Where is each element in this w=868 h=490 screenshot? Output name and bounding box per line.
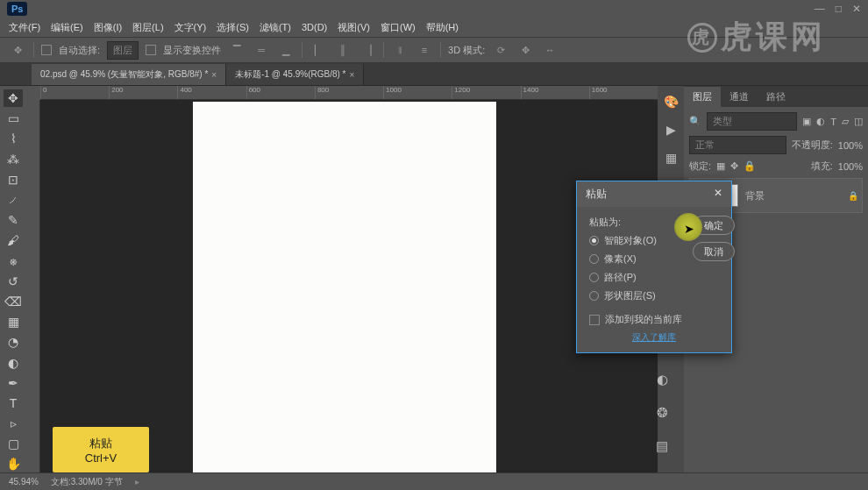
- magic-wand-tool[interactable]: ⁂: [4, 151, 23, 168]
- filter-type-icon[interactable]: T: [830, 117, 836, 127]
- history-brush-tool[interactable]: ↺: [4, 273, 23, 290]
- pen-tool[interactable]: ✒: [4, 374, 23, 392]
- vertical-ruler: [26, 100, 40, 490]
- filter-smart-icon[interactable]: ◫: [854, 116, 863, 127]
- menu-edit[interactable]: 编辑(E): [51, 21, 83, 34]
- lock-icon: 🔒: [848, 191, 858, 201]
- doc-info[interactable]: 文档:3.30M/0 字节: [51, 476, 123, 488]
- swatches-icon[interactable]: ▦: [665, 151, 677, 165]
- tooltip-title: 粘贴: [89, 436, 112, 451]
- cursor-icon: ➤: [684, 222, 694, 236]
- lock-position-icon[interactable]: ✥: [730, 160, 738, 172]
- dialog-title: 粘贴: [586, 187, 607, 202]
- radio-label: 像素(X): [604, 252, 637, 266]
- distribute-h-icon[interactable]: ⫴: [391, 41, 409, 59]
- lasso-tool[interactable]: ⌇: [4, 130, 23, 147]
- menu-3d[interactable]: 3D(D): [302, 22, 327, 32]
- auto-select-checkbox[interactable]: [41, 45, 52, 55]
- move-tool[interactable]: ✥: [4, 89, 23, 107]
- distribute-v-icon[interactable]: ≡: [416, 41, 433, 59]
- app-logo: Ps: [7, 2, 27, 16]
- horizontal-ruler: 0 200 400 600 800 1000 1200 1400 1600: [40, 86, 658, 100]
- fill-value[interactable]: 100%: [838, 161, 863, 172]
- type-tool[interactable]: T: [4, 394, 23, 412]
- layers-tab[interactable]: 图层: [684, 87, 721, 107]
- radio-path[interactable]: [589, 273, 599, 282]
- marquee-tool[interactable]: ▭: [4, 110, 23, 127]
- close-tab-icon[interactable]: ×: [349, 70, 354, 80]
- gradient-tool[interactable]: ▦: [4, 313, 23, 330]
- canvas-page[interactable]: [193, 102, 496, 490]
- brush-tool[interactable]: 🖌: [4, 231, 23, 249]
- clone-stamp-tool[interactable]: ⎈: [4, 252, 23, 270]
- play-icon[interactable]: ▶: [666, 123, 676, 137]
- menu-select[interactable]: 选择(S): [217, 21, 249, 34]
- radio-pixels[interactable]: [589, 254, 599, 264]
- blend-mode-dropdown[interactable]: 正常: [689, 136, 786, 154]
- layer-filter-dropdown[interactable]: 类型: [707, 112, 797, 131]
- spot-heal-tool[interactable]: ✎: [4, 211, 23, 229]
- menu-type[interactable]: 文字(Y): [174, 21, 207, 34]
- lock-all-icon[interactable]: 🔒: [743, 160, 756, 172]
- 3d-pan-icon[interactable]: ✥: [516, 41, 534, 59]
- paths-tab[interactable]: 路径: [758, 87, 794, 107]
- align-hcenter-icon[interactable]: ║: [334, 41, 352, 59]
- lock-pixels-icon[interactable]: ▦: [716, 160, 725, 172]
- show-transform-checkbox[interactable]: [146, 45, 156, 55]
- libraries-panel-icon[interactable]: ▤: [656, 438, 668, 454]
- radio-smart-object[interactable]: [589, 236, 599, 245]
- align-right-icon[interactable]: ▕: [359, 41, 376, 59]
- move-tool-icon[interactable]: ✥: [9, 41, 26, 59]
- align-left-icon[interactable]: ▏: [309, 41, 327, 59]
- cancel-button[interactable]: 取消: [693, 242, 735, 261]
- align-vcenter-icon[interactable]: ═: [253, 41, 270, 59]
- dialog-close-icon[interactable]: ✕: [714, 187, 722, 202]
- filter-adjust-icon[interactable]: ◐: [816, 116, 825, 127]
- paste-dialog: 粘贴 ✕ 粘贴为: 确定 取消 智能对象(O) 像素(X) 路径(P) 形状图层…: [576, 181, 732, 353]
- menu-window[interactable]: 窗口(W): [381, 21, 416, 34]
- document-tabs: 02.psd @ 45.9% (矢量智能对象, RGB/8#) * × 未标题-…: [0, 63, 868, 86]
- menu-file[interactable]: 文件(F): [9, 21, 40, 34]
- styles-panel-icon[interactable]: ❂: [657, 405, 668, 421]
- blur-tool[interactable]: ◔: [4, 333, 23, 351]
- path-select-tool[interactable]: ▹: [4, 415, 23, 432]
- crop-tool[interactable]: ⊡: [4, 171, 23, 188]
- auto-select-dropdown[interactable]: 图层: [107, 41, 139, 60]
- minimize-button[interactable]: —: [815, 3, 825, 15]
- hand-tool[interactable]: ✋: [4, 455, 23, 472]
- menu-image[interactable]: 图像(I): [94, 21, 122, 34]
- document-tab-2[interactable]: 未标题-1 @ 45.9%(RGB/8) * ×: [226, 64, 364, 85]
- rectangle-tool[interactable]: ▢: [4, 435, 23, 452]
- color-panel-icon[interactable]: 🎨: [664, 95, 679, 109]
- radio-label: 路径(P): [604, 271, 637, 284]
- menu-filter[interactable]: 滤镜(T): [260, 21, 291, 34]
- menu-help[interactable]: 帮助(H): [426, 21, 459, 34]
- align-top-icon[interactable]: ▔: [228, 41, 245, 59]
- channels-tab[interactable]: 通道: [721, 87, 758, 107]
- document-tab-1[interactable]: 02.psd @ 45.9% (矢量智能对象, RGB/8#) * ×: [32, 64, 226, 85]
- zoom-level[interactable]: 45.94%: [9, 477, 39, 486]
- watermark: 虎 虎课网: [687, 16, 826, 59]
- filter-shape-icon[interactable]: ▱: [842, 116, 849, 127]
- adjustments-panel-icon[interactable]: ◐: [657, 372, 668, 387]
- align-bottom-icon[interactable]: ▁: [277, 41, 295, 59]
- add-to-library-checkbox[interactable]: [589, 315, 600, 325]
- 3d-slide-icon[interactable]: ↔: [541, 41, 559, 59]
- learn-more-link[interactable]: 深入了解库: [589, 331, 719, 344]
- eyedropper-tool[interactable]: ⟋: [4, 191, 23, 209]
- close-tab-icon[interactable]: ×: [211, 70, 217, 80]
- 3d-orbit-icon[interactable]: ⟳: [492, 41, 509, 59]
- close-window-button[interactable]: ✕: [852, 3, 861, 15]
- menu-view[interactable]: 视图(V): [338, 21, 370, 34]
- show-transform-label: 显示变换控件: [163, 44, 221, 57]
- radio-shape-layer[interactable]: [589, 291, 599, 301]
- opacity-value[interactable]: 100%: [838, 140, 863, 151]
- filter-image-icon[interactable]: ▣: [802, 116, 811, 127]
- layer-name[interactable]: 背景: [745, 189, 765, 202]
- maximize-button[interactable]: □: [836, 3, 842, 15]
- add-to-library-label: 添加到我的当前库: [605, 313, 682, 326]
- eraser-tool[interactable]: ⌫: [4, 293, 23, 310]
- opacity-label: 不透明度:: [792, 138, 833, 152]
- dodge-tool[interactable]: ◐: [4, 353, 23, 371]
- menu-layer[interactable]: 图层(L): [132, 21, 163, 34]
